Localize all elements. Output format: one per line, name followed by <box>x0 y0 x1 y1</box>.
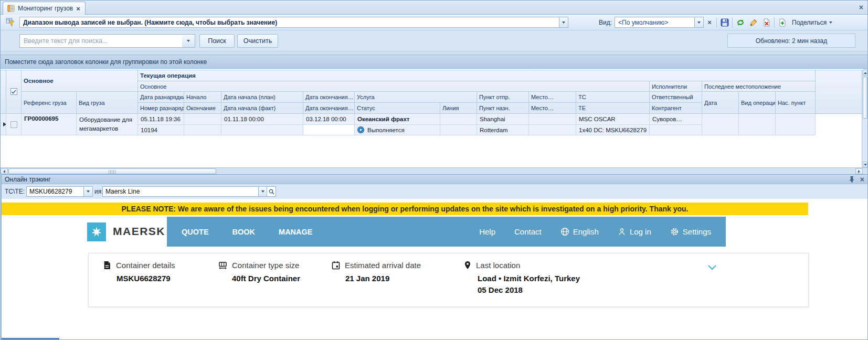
col-status[interactable]: Статус <box>355 103 440 114</box>
line-search-button[interactable] <box>267 186 276 197</box>
view-dropdown-button[interactable] <box>695 17 704 28</box>
col-origin[interactable]: Пункт отпр. <box>477 92 529 103</box>
col-responsible[interactable]: Ответственный <box>650 92 702 103</box>
clear-button[interactable]: Очистить <box>237 34 278 48</box>
nav-contact[interactable]: Contact <box>514 227 542 236</box>
band-executors[interactable]: Исполнители <box>650 81 702 92</box>
maersk-logo[interactable] <box>87 222 106 241</box>
cell-origin[interactable]: Shanghai <box>477 114 529 125</box>
panel-caption[interactable]: Онлайн трэкинг × <box>2 175 867 184</box>
vertical-scroll-thumb[interactable] <box>863 77 867 119</box>
record-range-display[interactable]: Диапазон вывода записей не выбран. (Нажм… <box>19 17 559 28</box>
scroll-down-button[interactable] <box>863 162 867 167</box>
cell-last-settlement[interactable] <box>776 114 816 135</box>
col-vehicle[interactable]: ТС <box>576 92 650 103</box>
scroll-left-button[interactable] <box>1 168 8 174</box>
nav-login[interactable]: Log in <box>618 227 651 236</box>
cell-place2[interactable] <box>529 125 576 135</box>
grid-horizontal-scrollbar[interactable] <box>1 167 867 174</box>
row-indicator-cell[interactable] <box>1 114 6 135</box>
nav-manage[interactable]: MANAGE <box>279 228 312 236</box>
col-operation-kind[interactable]: Вид операции <box>739 92 776 114</box>
record-range-dropdown-button[interactable] <box>559 17 568 28</box>
cell-start-plan[interactable]: 01.11.18 00:00 <box>221 114 303 125</box>
cell-order-date[interactable]: 05.11.18 19:36 <box>138 114 184 125</box>
line-input[interactable] <box>102 186 259 197</box>
header-select-all-cell[interactable] <box>6 70 22 114</box>
cell-finish[interactable] <box>184 125 221 135</box>
search-dropdown-button[interactable] <box>182 34 195 48</box>
cell-start[interactable] <box>184 114 221 125</box>
record-range-filter-button[interactable] <box>4 16 17 28</box>
cell-vehicle[interactable]: MSC OSCAR <box>576 114 650 125</box>
col-unit[interactable]: ТЕ <box>576 103 650 114</box>
pin-icon[interactable] <box>849 176 855 183</box>
band-last-location[interactable]: Последнее местоположение <box>702 81 816 92</box>
search-button[interactable]: Поиск <box>199 34 235 48</box>
panel-close-icon[interactable]: × <box>860 176 864 183</box>
card-expand-chevron[interactable] <box>708 263 716 272</box>
tab-close-icon[interactable]: × <box>76 5 80 12</box>
select-all-checkbox[interactable] <box>10 88 17 95</box>
view-combo[interactable]: <По умолчанию> <box>615 17 695 28</box>
cell-cargo-ref[interactable]: ГР00000695 <box>22 114 77 135</box>
nav-book[interactable]: BOOK <box>232 228 256 236</box>
cell-last-date[interactable] <box>702 114 739 135</box>
col-finish[interactable]: Окончание <box>184 103 221 114</box>
cell-cargo-kind[interactable]: Оборудование для мегамаркетов <box>77 114 138 135</box>
scroll-right-button[interactable] <box>855 168 863 174</box>
group-by-panel[interactable]: Поместите сюда заголовок колонки для гру… <box>1 55 867 69</box>
col-place1[interactable]: Место… <box>529 92 576 103</box>
col-service[interactable]: Услуга <box>355 92 477 103</box>
ts-te-dropdown-button[interactable] <box>84 186 93 197</box>
maersk-brand-text[interactable]: MAERSK <box>113 225 165 238</box>
tab-cargo-monitoring[interactable]: Мониторинг грузов × <box>3 2 86 15</box>
cell-responsible[interactable]: Суворов… <box>650 114 702 125</box>
nav-help[interactable]: Help <box>479 227 495 236</box>
col-place2[interactable]: Место… <box>529 103 576 114</box>
ts-te-input[interactable] <box>26 186 84 197</box>
workspace-close-icon[interactable]: × <box>859 3 863 12</box>
view-clear-button[interactable]: × <box>705 17 714 28</box>
band-current-operation[interactable]: Текущая операция <box>138 70 816 81</box>
add-button[interactable] <box>777 16 788 28</box>
col-start[interactable]: Начало <box>184 92 221 103</box>
row-checkbox[interactable] <box>10 121 17 128</box>
updated-badge[interactable]: Обновлено: 2 мин назад <box>727 34 855 48</box>
cell-last-operation[interactable] <box>739 114 776 135</box>
cell-start-fact[interactable] <box>221 125 303 135</box>
horizontal-scroll-thumb[interactable] <box>8 168 216 174</box>
cell-line[interactable] <box>440 125 477 135</box>
band-current-operation-main[interactable]: Основное <box>138 81 650 92</box>
col-contractor[interactable]: Контрагент <box>650 103 702 114</box>
cell-order-number[interactable]: 10194 <box>138 125 184 135</box>
col-end-fact[interactable]: Дата окончания… <box>303 103 355 114</box>
cell-service[interactable]: Океанский фрахт <box>355 114 440 125</box>
row-select-cell[interactable] <box>6 114 22 135</box>
cell-line-top[interactable] <box>440 114 477 125</box>
band-main[interactable]: Основное <box>22 70 138 92</box>
edit-button[interactable] <box>748 16 759 28</box>
cell-end-fact-editor[interactable] <box>303 125 355 135</box>
cell-end-plan[interactable]: 03.12.18 00:00 <box>303 114 355 125</box>
col-end-plan[interactable]: Дата окончания… <box>303 92 355 103</box>
nav-quote[interactable]: QUOTE <box>182 228 209 236</box>
cell-destination[interactable]: Rotterdam <box>477 125 529 135</box>
col-order-number[interactable]: Номер разнарядки <box>138 103 184 114</box>
col-line[interactable]: Линия <box>440 103 477 114</box>
line-dropdown-button[interactable] <box>259 186 267 197</box>
col-cargo-ref[interactable]: Референс груза <box>22 92 77 114</box>
scroll-up-button[interactable] <box>863 70 867 76</box>
delete-button[interactable] <box>761 16 772 28</box>
col-cargo-kind[interactable]: Вид груза <box>77 92 138 114</box>
save-view-button[interactable] <box>719 16 731 28</box>
cell-status[interactable]: Выполняется <box>355 125 440 135</box>
nav-language[interactable]: English <box>560 227 599 236</box>
col-order-date[interactable]: Дата разнарядки <box>138 92 184 103</box>
refresh-button[interactable] <box>735 16 746 28</box>
nav-settings[interactable]: Settings <box>670 227 711 236</box>
col-start-plan[interactable]: Дата начала (план) <box>221 92 303 103</box>
col-settlement[interactable]: Нас. пункт <box>776 92 816 114</box>
share-button[interactable]: Поделиться <box>790 16 834 28</box>
cell-place1[interactable] <box>529 114 576 125</box>
